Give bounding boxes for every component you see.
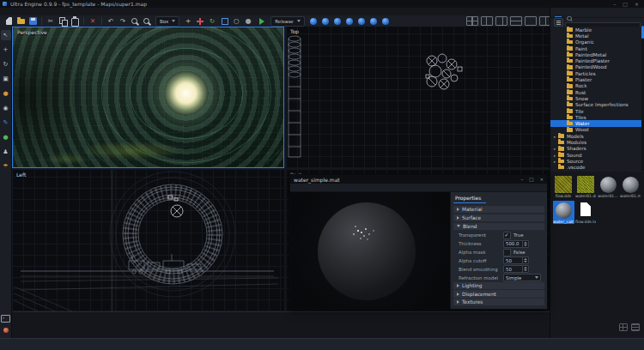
asset-water01-mat[interactable]: water01... bbox=[598, 175, 619, 198]
folder-shaders[interactable]: Shaders bbox=[550, 146, 644, 152]
object-type-select[interactable]: Box bbox=[155, 16, 179, 27]
console-icon[interactable] bbox=[1, 315, 10, 323]
folder-paint[interactable]: Paint bbox=[550, 45, 644, 51]
spinner-arrows-icon[interactable] bbox=[522, 257, 528, 263]
toolbar-separator[interactable] bbox=[41, 17, 42, 25]
play-button[interactable] bbox=[259, 18, 264, 25]
entity-icon[interactable] bbox=[356, 16, 367, 27]
folder-metal[interactable]: Metal bbox=[550, 33, 644, 39]
entity-icon[interactable] bbox=[332, 16, 343, 27]
viewport-left[interactable]: Left bbox=[12, 170, 284, 311]
environment-tool[interactable]: ☂ bbox=[1, 161, 11, 172]
terrain-tool[interactable]: ● bbox=[1, 132, 11, 142]
asset-water01-dds[interactable]: water01.dds bbox=[575, 175, 597, 198]
paste-icon[interactable] bbox=[70, 16, 80, 27]
folder-snow[interactable]: Snow bbox=[550, 95, 644, 101]
folder-plaster[interactable]: Plaster bbox=[550, 76, 644, 82]
entity-icon[interactable] bbox=[380, 16, 391, 27]
scale-tool[interactable]: ▣ bbox=[1, 74, 11, 84]
folder-sound[interactable]: Sound bbox=[550, 152, 644, 158]
folder-models[interactable]: Models bbox=[550, 133, 644, 139]
spinner-arrows-icon[interactable] bbox=[522, 266, 528, 272]
undo-icon[interactable]: ↶ bbox=[106, 16, 116, 27]
material-preview[interactable] bbox=[290, 192, 450, 309]
minimize-icon[interactable]: – bbox=[613, 1, 616, 7]
viewport-top[interactable]: Top bbox=[286, 27, 550, 168]
blend-smoothing-input[interactable]: 50 bbox=[503, 265, 529, 273]
folder-tiles[interactable]: Tiles bbox=[550, 114, 644, 120]
entity-icon[interactable] bbox=[320, 16, 331, 27]
select-tool[interactable]: ↖ bbox=[1, 30, 11, 40]
move-tool[interactable]: + bbox=[1, 45, 11, 55]
zoom-in-icon[interactable] bbox=[130, 16, 140, 27]
rotate-tool-icon[interactable]: ↻ bbox=[207, 16, 217, 27]
maximize-icon[interactable]: □ bbox=[623, 1, 628, 7]
sphere-brush-tool[interactable]: ● bbox=[1, 88, 11, 99]
save-icon[interactable] bbox=[27, 16, 38, 27]
tab-project[interactable] bbox=[555, 14, 562, 17]
delete-icon[interactable]: ✕ bbox=[88, 16, 98, 27]
tab-properties[interactable]: Properties bbox=[453, 194, 486, 203]
alpha-cutoff-input[interactable]: 50 bbox=[503, 256, 529, 264]
rotate-tool[interactable]: ↻ bbox=[1, 59, 11, 69]
section-blend[interactable]: Blend bbox=[453, 223, 544, 230]
section-lighting[interactable]: Lighting bbox=[453, 282, 544, 289]
folder-rust[interactable]: Rust bbox=[550, 89, 644, 95]
cut-icon[interactable]: ✂ bbox=[46, 16, 56, 27]
asset-water01-m-mat[interactable]: water01.m... bbox=[620, 175, 641, 198]
asset-flow-dds[interactable]: flow.dds bbox=[553, 175, 574, 198]
folder-marble[interactable]: Marble bbox=[550, 27, 644, 33]
folder-water[interactable]: Water bbox=[550, 120, 644, 126]
folder-source[interactable]: Source bbox=[550, 158, 644, 164]
alpha-mask-checkbox[interactable] bbox=[503, 249, 511, 256]
layout-split-right-icon[interactable] bbox=[495, 16, 507, 26]
maximize-icon[interactable]: □ bbox=[529, 177, 533, 182]
list-view-icon[interactable] bbox=[631, 323, 640, 331]
layout-single-icon[interactable] bbox=[525, 16, 537, 26]
entity-icon[interactable] bbox=[368, 16, 379, 27]
open-folder-icon[interactable] bbox=[15, 16, 26, 27]
asset-flow-dds-txt[interactable]: flow.dds.txt bbox=[575, 201, 597, 224]
folder-wood[interactable]: Wood bbox=[550, 127, 644, 133]
toolbar-separator[interactable] bbox=[101, 17, 102, 25]
material-editor-title-bar[interactable]: water_simple.mat – □ × bbox=[290, 175, 547, 184]
folder-paintedplaster[interactable]: PaintedPlaster bbox=[550, 57, 644, 63]
folder-paintedmetal[interactable]: PaintedMetal bbox=[550, 51, 644, 57]
character-tool[interactable]: ♟ bbox=[1, 147, 11, 157]
entity-icon[interactable] bbox=[308, 16, 319, 27]
section-surface[interactable]: Surface bbox=[453, 214, 544, 221]
folder-particles[interactable]: Particles bbox=[550, 70, 644, 76]
close-icon[interactable]: × bbox=[635, 1, 639, 7]
translate-tool-icon[interactable] bbox=[195, 16, 205, 27]
section-textures[interactable]: Textures bbox=[453, 299, 544, 305]
zoom-out-icon[interactable] bbox=[142, 16, 152, 27]
layout-split-top-icon[interactable] bbox=[510, 16, 522, 26]
folder-surface-imperfections[interactable]: Surface Imperfections bbox=[550, 102, 644, 108]
grid-view-icon[interactable] bbox=[619, 323, 628, 331]
folder-paintedwood[interactable]: PaintedWood bbox=[550, 64, 644, 70]
viewport-perspective[interactable]: Perspective bbox=[12, 27, 284, 168]
thickness-input[interactable]: 500.0 bbox=[503, 240, 529, 248]
redo-icon[interactable]: ↷ bbox=[118, 16, 128, 27]
section-material[interactable]: Material bbox=[453, 206, 544, 213]
wireframe-mode-icon[interactable]: ○ bbox=[231, 16, 241, 27]
add-object-icon[interactable]: + bbox=[183, 16, 193, 27]
folder-rock[interactable]: Rock bbox=[550, 83, 644, 89]
layout-split-left-icon[interactable] bbox=[481, 16, 493, 26]
console-log[interactable] bbox=[13, 311, 550, 338]
refraction-model-select[interactable]: Simple bbox=[503, 274, 541, 281]
error-indicator-icon[interactable] bbox=[3, 328, 9, 333]
scale-tool-icon[interactable] bbox=[219, 16, 229, 27]
folder-organic[interactable]: Organic bbox=[550, 39, 644, 45]
shaded-mode-icon[interactable]: ● bbox=[243, 16, 253, 27]
spinner-arrows-icon[interactable] bbox=[522, 241, 528, 247]
asset-water-calm-mat[interactable]: water_calm bbox=[553, 201, 574, 224]
paint-tool[interactable]: ✎ bbox=[1, 118, 11, 128]
layout-quad-icon[interactable] bbox=[466, 16, 478, 26]
entity-icon[interactable] bbox=[344, 16, 355, 27]
build-config-select[interactable]: Release bbox=[270, 16, 305, 27]
folder-modules[interactable]: Modules bbox=[550, 139, 644, 145]
folder-tile[interactable]: Tile bbox=[550, 108, 644, 114]
transparent-checkbox[interactable] bbox=[503, 232, 511, 239]
close-icon[interactable]: × bbox=[539, 177, 544, 182]
